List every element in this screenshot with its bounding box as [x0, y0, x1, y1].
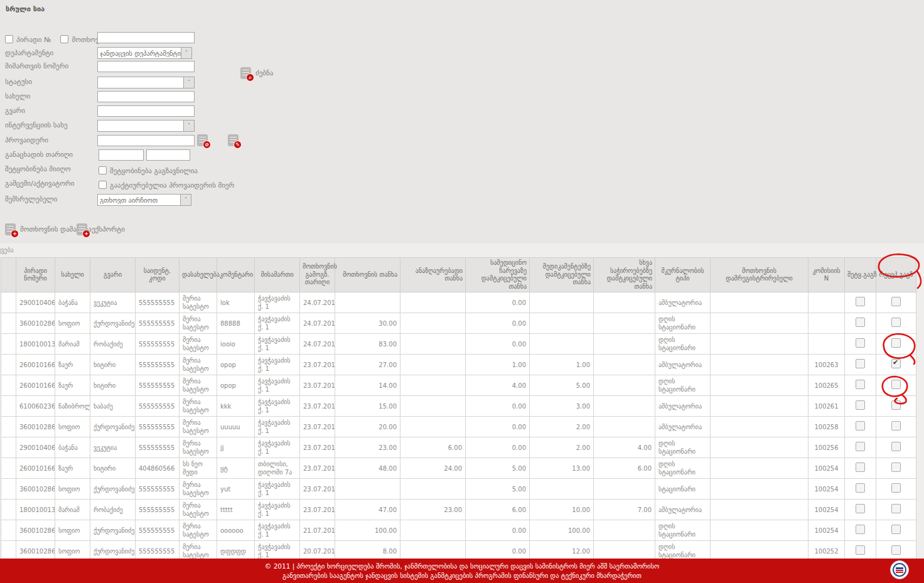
table-cell: [711, 479, 808, 500]
prescription-sent-checkbox[interactable]: [891, 442, 901, 451]
table-row[interactable]: 18001001396მარიამრობაქიძე555555555მერია …: [1, 500, 916, 520]
notified-checkbox[interactable]: [99, 166, 107, 174]
prescription-sent-checkbox[interactable]: [891, 318, 901, 327]
prescription-sent-checkbox[interactable]: [891, 421, 901, 431]
search-button[interactable]: ⌕ ძებნა: [240, 67, 273, 79]
notification-sent-checkbox[interactable]: [856, 297, 865, 306]
date-to-input[interactable]: [146, 149, 190, 161]
row-selector-cell: [1, 520, 16, 541]
table-row[interactable]: 26001016645ზაურხიტირი555555555მერია სატე…: [1, 355, 916, 375]
column-header[interactable]: მოთხოვნის დამრეგისტრირებელი: [711, 258, 808, 292]
prescription-sent-checkbox[interactable]: [891, 525, 901, 534]
provider-input[interactable]: [97, 135, 195, 146]
results-grid-area: ყვება პირადი ნომერისახელიგვარისაიდენტ. კ…: [0, 243, 924, 559]
prescription-sent-checkbox[interactable]: [891, 483, 901, 493]
column-header[interactable]: კომისიის N: [808, 258, 845, 292]
table-row[interactable]: 36001028693სოფიოქურდოვანიძე555555555მერი…: [1, 520, 916, 541]
column-header[interactable]: მედიკამენტებზე დამტკიცებული თანხა: [530, 258, 594, 292]
notification-sent-checkbox[interactable]: [856, 380, 865, 389]
prescription-sent-checkbox[interactable]: [891, 504, 901, 513]
table-row[interactable]: 36001028693სოფიოქურდოვანიძე555555555მერი…: [1, 479, 916, 500]
table-cell: opop: [217, 375, 255, 396]
table-cell: [400, 292, 466, 313]
column-header[interactable]: დასახელება: [180, 258, 217, 292]
personal-no-checkbox[interactable]: [5, 35, 13, 43]
issuer-checkbox[interactable]: [99, 181, 107, 189]
prescription-sent-checkbox[interactable]: [891, 359, 901, 368]
department-select[interactable]: ჯანდაცვის დეპარტამენტი (მერ ˅: [97, 47, 192, 59]
referral-no-label: მიმართვის ნომერი: [5, 62, 68, 70]
table-cell: ქურდოვანიძე: [90, 313, 136, 334]
table-cell: დღის სტაციონარი: [655, 520, 711, 541]
prescription-sent-checkbox[interactable]: [891, 338, 901, 348]
table-cell: ქურდოვანიძე: [90, 417, 136, 437]
column-header[interactable]: სამედიცინო ჩარევაზე დამტკიცებული თანხა: [466, 258, 530, 292]
notification-sent-checkbox[interactable]: [856, 318, 865, 327]
column-header[interactable]: კომენტარი: [217, 258, 255, 292]
chevron-down-icon[interactable]: ˅: [183, 120, 194, 131]
prescription-sent-checkbox[interactable]: [891, 545, 901, 555]
column-header[interactable]: სახელი: [55, 258, 90, 292]
table-row[interactable]: 29001040653ბაჭანავეკუტია555555555მერია ს…: [1, 437, 916, 458]
table-row[interactable]: 26001016645ზაურხიტირი555555555მერია სატე…: [1, 375, 916, 396]
executor-select[interactable]: გთხოვთ აირჩიოთ ˅: [97, 194, 191, 206]
notification-sent-checkbox[interactable]: [856, 442, 865, 451]
table-header-row: პირადი ნომერისახელიგვარისაიდენტ. კოდიდას…: [1, 258, 916, 292]
table-cell: 23.07.2015: [300, 375, 335, 396]
table-cell: ხიტირი: [90, 458, 136, 479]
column-header[interactable]: გვარი: [90, 258, 136, 292]
notification-sent-checkbox[interactable]: [856, 483, 865, 493]
table-row[interactable]: 18001001396მარიამრობაქიძე555555555მერია …: [1, 334, 916, 355]
column-header[interactable]: მოთხოვნის თანხა: [335, 258, 400, 292]
column-header[interactable]: შეტყ.გაგზ: [845, 258, 876, 292]
chevron-down-icon[interactable]: ˅: [181, 48, 191, 58]
column-header[interactable]: მოთხოვნის გამოგზ. თარიღი: [300, 258, 335, 292]
prescription-sent-checkbox[interactable]: [891, 297, 901, 306]
table-cell: [335, 479, 400, 500]
notification-sent-checkbox[interactable]: [856, 504, 865, 513]
table-row[interactable]: 36001028693სოფიოქურდოვანიძე555555555მერი…: [1, 417, 916, 437]
column-header[interactable]: მკურნალობის ტიპი: [655, 258, 711, 292]
notification-sent-checkbox[interactable]: [856, 359, 865, 368]
column-header[interactable]: საიდენტ. კოდი: [136, 258, 180, 292]
prescription-sent-checkbox[interactable]: [891, 463, 901, 472]
add-request-icon: +: [5, 223, 16, 235]
intervention-select[interactable]: ˅: [97, 120, 195, 132]
prescription-sent-checkbox[interactable]: [891, 380, 901, 389]
column-header[interactable]: სხვა საჭიროებებზე დამტკიცებული თანხა: [594, 258, 655, 292]
referral-no-input[interactable]: [97, 61, 195, 72]
date-from-input[interactable]: [99, 149, 144, 161]
column-header[interactable]: რეცეპ.გაგზ: [876, 258, 916, 292]
provider-edit-icon[interactable]: ✎: [228, 134, 239, 146]
table-cell: ამბულატორია: [655, 292, 711, 313]
table-cell: 555555555: [136, 520, 180, 541]
column-header[interactable]: მისამართი: [255, 258, 300, 292]
column-header[interactable]: [1, 258, 16, 292]
table-row[interactable]: 36001028693სოფიოქურდოვანიძე555555555მერი…: [1, 313, 916, 334]
prescription-sent-checkbox[interactable]: [891, 400, 901, 410]
table-row[interactable]: 29001040653ბაჭანავეკუტია555555555მერია ს…: [1, 292, 916, 313]
notification-sent-checkbox[interactable]: [856, 525, 865, 534]
table-row[interactable]: 61006023632ნაზიბროლახაბაძე555555555მერია…: [1, 396, 916, 417]
export-button[interactable]: + ექსპორტი: [77, 223, 125, 235]
table-cell: [845, 313, 876, 334]
column-header[interactable]: პირადი ნომერი: [16, 258, 55, 292]
notification-sent-checkbox[interactable]: [856, 421, 865, 431]
provider-remove-icon[interactable]: ⊘: [197, 134, 208, 146]
table-row[interactable]: 26001016645ზაურხიტირი404860566სს ნეო მედ…: [1, 458, 916, 479]
chevron-down-icon[interactable]: ˅: [183, 77, 194, 88]
notification-sent-checkbox[interactable]: [856, 463, 865, 472]
notification-sent-checkbox[interactable]: [856, 400, 865, 410]
status-select[interactable]: ˅: [97, 77, 195, 88]
id-number-input[interactable]: [97, 32, 195, 43]
table-cell: 14.00: [335, 375, 400, 396]
table-cell: მერია სატესტო: [180, 334, 217, 355]
column-header[interactable]: ანაზღაურებადი თანხა: [400, 258, 466, 292]
request-no-checkbox[interactable]: [60, 35, 68, 43]
table-cell: ჭავჭავაძის ქ. 1: [255, 375, 300, 396]
last-name-input[interactable]: [97, 105, 195, 117]
notification-sent-checkbox[interactable]: [856, 338, 865, 348]
notification-sent-checkbox[interactable]: [856, 545, 865, 555]
chevron-down-icon[interactable]: ˅: [180, 195, 191, 205]
first-name-input[interactable]: [97, 91, 195, 102]
